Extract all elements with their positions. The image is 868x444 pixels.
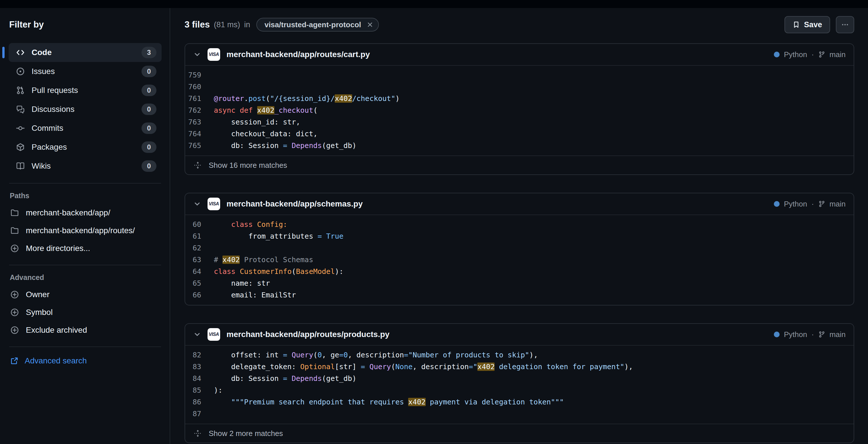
line-number: 83 <box>185 361 214 373</box>
line-number: 61 <box>185 230 214 242</box>
code-line[interactable]: 64class CustomerInfo(BaseModel): <box>185 266 854 277</box>
sidebar-item-code[interactable]: Code3 <box>9 43 162 62</box>
language-label: Python <box>784 50 807 59</box>
code-line[interactable]: 84 db: Session = Depends(get_db) <box>185 373 854 384</box>
line-number: 64 <box>185 266 214 277</box>
code-line[interactable]: 87 <box>185 408 854 420</box>
branch-icon <box>818 331 825 338</box>
line-number: 62 <box>185 242 214 254</box>
language-dot <box>774 201 780 207</box>
sidebar-item-packages[interactable]: Packages0 <box>9 138 162 157</box>
more-options-button[interactable] <box>836 16 854 33</box>
sidebar-item-label: Issues <box>32 67 55 76</box>
meta-separator: · <box>811 200 814 208</box>
line-number: 66 <box>185 289 214 301</box>
code-line[interactable]: 85): <box>185 384 854 396</box>
line-number: 759 <box>185 69 214 81</box>
file-path-link[interactable]: merchant-backend/app/routes/products.py <box>226 330 390 339</box>
in-label: in <box>244 20 250 29</box>
scope-label: visa/trusted-agent-protocol <box>265 20 361 29</box>
show-more-matches-button[interactable]: Show 16 more matches <box>185 156 854 174</box>
filter-nav: Code3Issues0Pull requests0Discussions0Co… <box>9 43 162 175</box>
sidebar-item-commits[interactable]: Commits0 <box>9 119 162 138</box>
code-line[interactable]: 759 <box>185 69 854 81</box>
code-line[interactable]: 760 <box>185 81 854 93</box>
scope-filter-chip[interactable]: visa/trusted-agent-protocol <box>256 18 379 32</box>
code-line[interactable]: 764 checkout_data: dict, <box>185 128 854 140</box>
code-line[interactable]: 65 name: str <box>185 277 854 289</box>
language-dot <box>774 332 780 337</box>
result-card: VISAmerchant-backend/app/routes/products… <box>185 323 854 443</box>
line-number: 84 <box>185 373 214 384</box>
code-line[interactable]: 63# x402 Protocol Schemas <box>185 254 854 266</box>
code-icon <box>16 48 25 57</box>
sidebar-item-path-merchant-backend-app[interactable]: merchant-backend/app/ <box>9 204 162 222</box>
line-number: 85 <box>185 384 214 396</box>
code-text: """Premium search endpoint that requires… <box>214 396 564 408</box>
count-badge: 0 <box>142 141 156 153</box>
branch-label: main <box>830 50 846 59</box>
count-badge: 0 <box>142 123 156 134</box>
filter-sections: Pathsmerchant-backend/app/merchant-backe… <box>9 183 162 339</box>
code-snippet: 82 offset: int = Query(0, ge=0, descript… <box>185 346 854 424</box>
sidebar-item-path-merchant-backend-app-routes[interactable]: merchant-backend/app/routes/ <box>9 222 162 239</box>
count-badge: 0 <box>142 160 156 172</box>
sidebar-title: Filter by <box>9 20 162 30</box>
sidebar-item-label: merchant-backend/app/ <box>26 208 110 217</box>
results-header: 3 files (81 ms) in visa/trusted-agent-pr… <box>185 15 854 34</box>
results-list: VISAmerchant-backend/app/routes/cart.pyP… <box>185 43 854 443</box>
result-card-header: VISAmerchant-backend/app/routes/cart.pyP… <box>185 44 854 66</box>
chevron-down-icon[interactable] <box>193 200 201 208</box>
file-meta: Python·main <box>774 50 846 59</box>
sidebar-item-owner[interactable]: Owner <box>9 286 162 303</box>
kebab-icon <box>841 21 849 28</box>
code-line[interactable]: 83 delegate_token: Optional[str] = Query… <box>185 361 854 373</box>
code-line[interactable]: 86 """Premium search endpoint that requi… <box>185 396 854 408</box>
chevron-down-icon[interactable] <box>193 50 201 59</box>
code-line[interactable]: 761@router.post("/{session_id}/x402/chec… <box>185 93 854 104</box>
chevron-down-icon[interactable] <box>193 331 201 338</box>
meta-separator: · <box>811 330 814 339</box>
sidebar-item-exclude-archived[interactable]: Exclude archived <box>9 321 162 339</box>
line-number: 760 <box>185 81 214 93</box>
code-line[interactable]: 62 <box>185 242 854 254</box>
code-line[interactable]: 763 session_id: str, <box>185 116 854 128</box>
sidebar-item-label: Commits <box>32 124 63 133</box>
code-text: name: str <box>214 277 270 289</box>
advanced-search-link[interactable]: Advanced search <box>9 356 162 366</box>
code-snippet: 60 class Config:61 from_attributes = Tru… <box>185 215 854 305</box>
line-number: 761 <box>185 93 214 104</box>
file-path-link[interactable]: merchant-backend/app/schemas.py <box>226 199 363 208</box>
sidebar-item-discussions[interactable]: Discussions0 <box>9 100 162 119</box>
pull-request-icon <box>16 86 25 95</box>
sidebar-item-symbol[interactable]: Symbol <box>9 303 162 321</box>
sidebar-item-issues[interactable]: Issues0 <box>9 62 162 81</box>
save-button[interactable]: Save <box>784 16 830 33</box>
plus-circle-icon <box>10 308 19 317</box>
sidebar-item-wikis[interactable]: Wikis0 <box>9 157 162 175</box>
sidebar-item-more-directories[interactable]: More directories... <box>9 239 162 257</box>
sidebar-item-label: Exclude archived <box>26 326 87 335</box>
section-title: Paths <box>10 192 162 200</box>
code-line[interactable]: 61 from_attributes = True <box>185 230 854 242</box>
code-line[interactable]: 60 class Config: <box>185 218 854 230</box>
show-more-matches-button[interactable]: Show 2 more matches <box>185 424 854 443</box>
sidebar-item-label: Code <box>32 48 52 57</box>
remove-scope-icon[interactable] <box>366 21 374 28</box>
sidebar-item-label: Owner <box>26 290 50 299</box>
code-text: offset: int = Query(0, ge=0, description… <box>214 349 538 361</box>
code-line[interactable]: 66 email: EmailStr <box>185 289 854 301</box>
line-number: 63 <box>185 254 214 266</box>
code-text: from_attributes = True <box>214 230 344 242</box>
branch-label: main <box>830 200 846 208</box>
discussion-icon <box>16 105 25 113</box>
branch-icon <box>818 51 825 58</box>
sidebar-item-pull-requests[interactable]: Pull requests0 <box>9 81 162 100</box>
code-line[interactable]: 82 offset: int = Query(0, ge=0, descript… <box>185 349 854 361</box>
line-number: 764 <box>185 128 214 140</box>
search-duration: (81 ms) <box>214 20 240 29</box>
file-path-link[interactable]: merchant-backend/app/routes/cart.py <box>226 50 370 59</box>
divider <box>9 346 161 347</box>
code-line[interactable]: 762async def x402_checkout( <box>185 104 854 116</box>
code-line[interactable]: 765 db: Session = Depends(get_db) <box>185 140 854 151</box>
